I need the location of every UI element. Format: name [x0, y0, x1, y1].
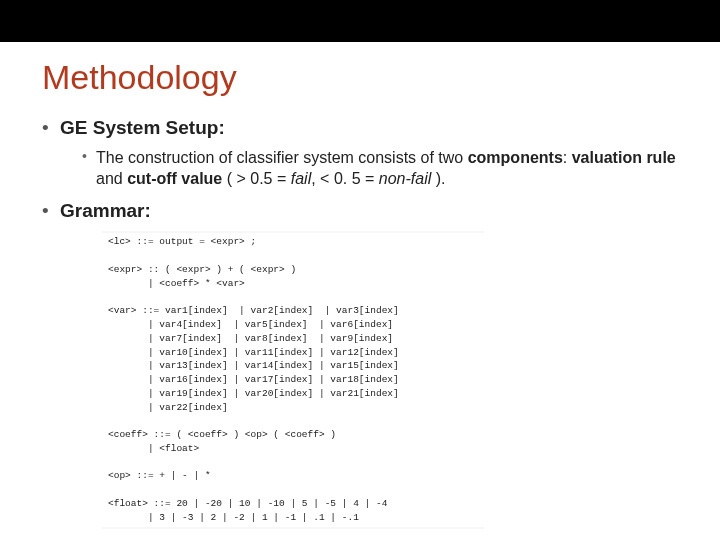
slide-title: Methodology: [42, 58, 678, 97]
grammar-code-block: <lc> ::= output = <expr> ; <expr> :: ( <…: [102, 231, 484, 528]
bullet-list: GE System Setup: The construction of cla…: [42, 115, 678, 223]
text-and: and: [96, 170, 127, 187]
content-area: Methodology GE System Setup: The constru…: [0, 42, 720, 529]
bullet-grammar: Grammar:: [42, 198, 678, 224]
bullet-grammar-label: Grammar:: [60, 200, 151, 221]
text-mid: , < 0. 5 =: [311, 170, 379, 187]
bullet-ge-setup: GE System Setup: The construction of cla…: [42, 115, 678, 190]
sub-bullet-components: The construction of classifier system co…: [82, 147, 678, 190]
text-valuation: valuation rule: [572, 149, 676, 166]
text-open: ( > 0.5 =: [222, 170, 290, 187]
bullet-ge-setup-label: GE System Setup:: [60, 117, 225, 138]
text-cutoff: cut-off value: [127, 170, 222, 187]
text-colon: :: [563, 149, 572, 166]
top-bar: [0, 0, 720, 42]
sub-bullet-list: The construction of classifier system co…: [60, 147, 678, 190]
text-components: components: [468, 149, 563, 166]
text-nonfail: non-fail: [379, 170, 431, 187]
slide: Methodology GE System Setup: The constru…: [0, 0, 720, 540]
text-fail: fail: [291, 170, 311, 187]
text-close: ).: [431, 170, 445, 187]
text-pre: The construction of classifier system co…: [96, 149, 468, 166]
